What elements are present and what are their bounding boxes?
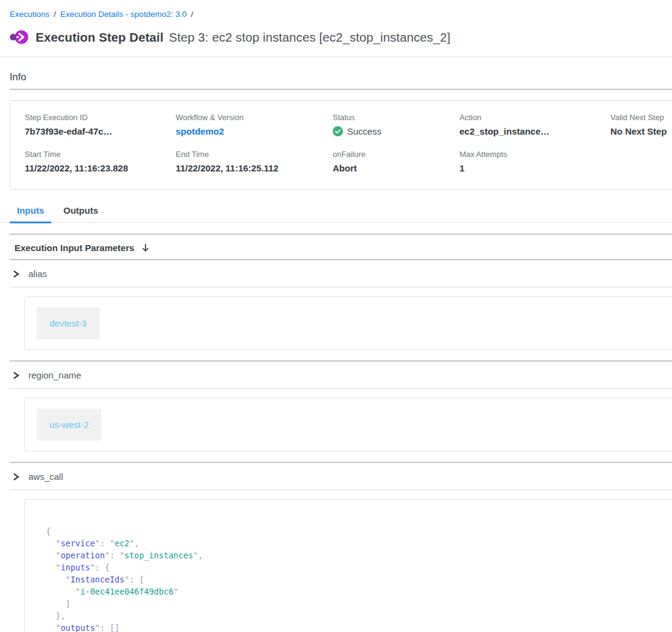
field-workflow-version: Workflow & Version spotdemo2	[176, 113, 333, 136]
region-name-value-box: us-west-2	[24, 398, 672, 452]
field-label: Max Attempts	[459, 150, 610, 159]
field-label: Status	[333, 113, 459, 122]
section-divider	[10, 388, 672, 389]
field-value: No Next Step	[610, 126, 672, 136]
alias-value-chip: devtest-3	[37, 307, 100, 339]
json-code: { "service": "ec2", "operation": "stop_i…	[46, 525, 672, 632]
page-header: Execution Step DetailStep 3: ec2 stop in…	[10, 28, 672, 46]
breadcrumb-separator: /	[191, 10, 193, 19]
field-value: 7b73f93e-edaf-47c…	[25, 126, 176, 136]
field-value: 11/22/2022, 11:16:25.112	[176, 163, 333, 173]
breadcrumb-separator: /	[54, 10, 56, 19]
breadcrumb-link-executions[interactable]: Executions	[10, 10, 50, 19]
field-label: Step Execution ID	[25, 113, 176, 122]
section-row-region-name[interactable]: region_name	[0, 362, 672, 388]
workflow-link[interactable]: spotdemo2	[176, 126, 224, 136]
tabs-divider	[10, 234, 672, 235]
info-card: Step Execution ID 7b73f93e-edaf-47c… Wor…	[10, 100, 672, 190]
field-start-time: Start Time 11/22/2022, 11:16:23.828	[25, 150, 176, 173]
title-divider	[0, 57, 672, 57]
field-value: Abort	[333, 163, 459, 173]
chevron-right-icon	[12, 270, 20, 278]
page-title-subtitle: Step 3: ec2 stop instances [ec2_stop_ins…	[169, 30, 450, 44]
aws-call-json-box: { "service": "ec2", "operation": "stop_i…	[24, 499, 672, 632]
region-name-value-chip: us-west-2	[37, 409, 101, 441]
section-row-alias[interactable]: alias	[0, 260, 672, 287]
info-section-title: Info	[10, 71, 672, 83]
success-check-icon	[333, 126, 343, 136]
breadcrumb: Executions / Execution Details - spotdem…	[0, 0, 672, 19]
page-title: Execution Step DetailStep 3: ec2 stop in…	[36, 30, 450, 45]
section-name-alias: alias	[28, 269, 47, 279]
tab-bar: Inputs Outputs	[0, 205, 672, 223]
section-divider	[10, 287, 672, 287]
field-status: Status Success	[333, 113, 459, 136]
field-value: ec2_stop_instance…	[459, 126, 610, 136]
execution-input-parameters-header: Execution Input Parameters	[14, 243, 672, 253]
field-valid-next-step: Valid Next Step No Next Step	[610, 113, 672, 136]
section-divider	[10, 490, 672, 490]
execution-input-parameters-label: Execution Input Parameters	[14, 243, 134, 253]
field-step-execution-id: Step Execution ID 7b73f93e-edaf-47c…	[25, 113, 176, 136]
tab-outputs[interactable]: Outputs	[56, 205, 106, 223]
section-name-aws-call: aws_call	[28, 471, 63, 482]
section-name-region-name: region_name	[28, 370, 82, 380]
field-onfailure: onFailure Abort	[333, 150, 459, 173]
field-label: End Time	[176, 150, 333, 159]
app-logo-icon	[10, 28, 28, 46]
field-max-attempts: Max Attempts 1	[459, 150, 610, 173]
field-label: Valid Next Step	[610, 113, 672, 122]
section-row-aws-call[interactable]: aws_call	[0, 463, 672, 490]
field-label: onFailure	[333, 150, 459, 159]
status-text: Success	[347, 126, 382, 136]
field-label: Action	[459, 113, 610, 122]
breadcrumb-link-execution-details[interactable]: Execution Details - spotdemo2: 3.0	[60, 10, 187, 19]
alias-value-box: devtest-3	[24, 296, 672, 350]
chevron-right-icon	[12, 371, 20, 380]
field-value: 1	[459, 163, 610, 173]
field-label: Start Time	[25, 150, 176, 159]
tab-inputs[interactable]: Inputs	[10, 205, 51, 223]
info-divider	[10, 89, 672, 90]
field-end-time: End Time 11/22/2022, 11:16:25.112	[176, 150, 333, 173]
field-action: Action ec2_stop_instance…	[459, 113, 610, 136]
arrow-down-icon[interactable]	[141, 243, 150, 253]
page-title-main: Execution Step Detail	[36, 30, 164, 44]
field-label: Workflow & Version	[176, 113, 333, 122]
chevron-right-icon	[12, 473, 20, 481]
field-value: 11/22/2022, 11:16:23.828	[25, 163, 176, 173]
